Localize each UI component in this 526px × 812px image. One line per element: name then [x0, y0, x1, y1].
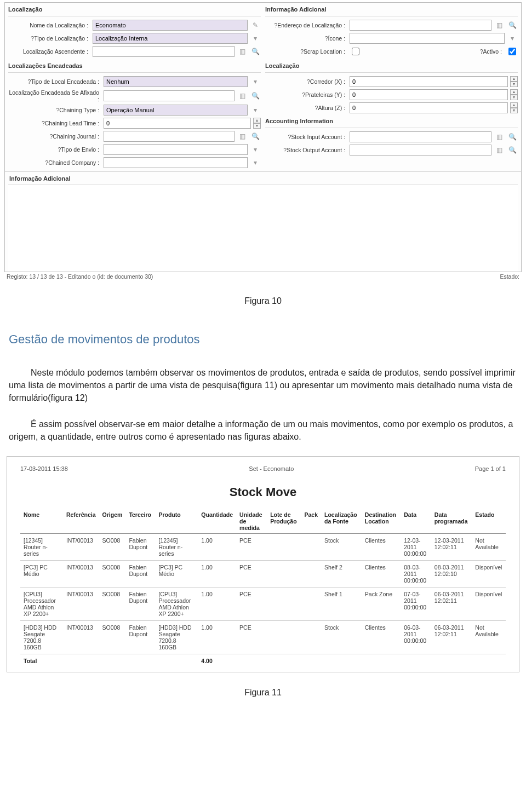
table-cell: PCE	[236, 533, 267, 560]
table-cell: Not Available	[472, 620, 506, 654]
table-cell: PCE	[236, 560, 267, 587]
label-endereco-localizacao: ?Endereço de Localização :	[265, 22, 347, 28]
th-pack: Pack	[301, 509, 322, 534]
table-cell: 1.00	[198, 560, 236, 587]
spinner-lead-time[interactable]: ▲▼	[253, 118, 261, 129]
spinner-y[interactable]: ▲▼	[510, 89, 518, 100]
table-cell: Clientes	[362, 533, 401, 560]
table-cell	[267, 533, 301, 560]
th-quantidade: Quantidade	[198, 509, 236, 534]
spinner-z[interactable]: ▲▼	[510, 102, 518, 113]
table-cell: Not Available	[472, 533, 506, 560]
location-form-panel: Localização Nome da Localização : ✎ ?Tip…	[4, 2, 522, 272]
input-nome-localizacao[interactable]	[93, 20, 248, 31]
open-icon[interactable]: ▥	[237, 46, 248, 57]
table-cell: Fabien Dupont	[125, 560, 155, 587]
search-icon[interactable]: 🔍	[507, 20, 518, 31]
table-cell: 1.00	[198, 587, 236, 620]
open-icon[interactable]: ▥	[494, 145, 505, 156]
dropdown-icon[interactable]: ▾	[250, 144, 261, 155]
table-cell: Clientes	[362, 620, 401, 654]
input-stock-input-account[interactable]	[350, 131, 491, 142]
table-cell: [HDD3] HDD Seagate 7200.8 160GB	[20, 620, 63, 654]
status-bar: Registo: 13 / 13 de 13 - Editando o (id:…	[4, 272, 522, 281]
input-altura-z[interactable]	[350, 102, 508, 113]
table-cell: Fabien Dupont	[125, 587, 155, 620]
search-icon[interactable]: 🔍	[507, 131, 518, 142]
table-cell: [CPU3] Processador AMD Athlon XP 2200+	[155, 587, 198, 620]
table-cell	[301, 620, 322, 654]
table-row: [12345] Router n-seriesINT/00013SO008Fab…	[20, 533, 506, 560]
report-title: Stock Move	[20, 485, 506, 499]
label-nome-localizacao: Nome da Localização :	[8, 22, 90, 28]
input-prateleiras-y[interactable]	[350, 89, 508, 100]
checkbox-scrap-location[interactable]	[352, 48, 359, 55]
table-cell: 1.00	[198, 533, 236, 560]
label-localizacao-ascendente: Localização Ascendente :	[8, 48, 90, 55]
table-cell: SO008	[99, 533, 126, 560]
table-cell: Clientes	[362, 560, 401, 587]
label-tipo-localizacao: ?Tipo de Localização :	[8, 35, 90, 42]
th-loc-fonte: Localização da Fonte	[321, 509, 362, 534]
table-cell: 08-03-2011 12:02:10	[431, 560, 472, 587]
input-chaining-lead-time[interactable]	[104, 118, 251, 129]
label-altura-z: ?Altura (Z) :	[265, 105, 347, 111]
select-icone[interactable]	[350, 33, 505, 44]
open-icon[interactable]: ▥	[237, 131, 248, 142]
open-icon[interactable]: ▥	[494, 20, 505, 31]
total-qty: 4.00	[198, 654, 236, 667]
table-cell: 08-03-2011 00:00:00	[401, 560, 431, 587]
label-encadeada-se-afixado: Localização Encadeada Se Afixado :	[8, 89, 101, 102]
open-icon[interactable]: ▥	[494, 131, 505, 142]
table-cell: [PC3] PC Médio	[155, 560, 198, 587]
input-stock-output-account[interactable]	[350, 145, 491, 156]
table-cell: 06-03-2011 00:00:00	[401, 620, 431, 654]
empty-notes-area[interactable]	[8, 184, 518, 272]
th-data: Data	[401, 509, 431, 534]
search-icon[interactable]: 🔍	[250, 131, 261, 142]
dropdown-icon[interactable]: ▾	[250, 105, 261, 116]
input-corredor-x[interactable]	[350, 76, 508, 87]
spinner-x[interactable]: ▲▼	[510, 76, 518, 87]
open-icon[interactable]: ▥	[237, 90, 248, 101]
search-icon[interactable]: 🔍	[250, 46, 261, 57]
table-cell: Shelf 1	[321, 587, 362, 620]
search-icon[interactable]: 🔍	[507, 145, 518, 156]
table-cell: 1.00	[198, 620, 236, 654]
table-cell: Disponível	[472, 587, 506, 620]
section-accounting-info: Accounting Information	[265, 117, 518, 126]
label-scrap-location: ?Scrap Location :	[265, 48, 347, 55]
select-chained-company[interactable]	[104, 157, 248, 168]
table-cell: INT/00013	[63, 620, 99, 654]
table-cell: Shelf 2	[321, 560, 362, 587]
table-cell: Pack Zone	[362, 587, 401, 620]
dropdown-icon[interactable]: ▾	[250, 76, 261, 87]
select-tipo-local-encadeada[interactable]	[104, 76, 248, 87]
th-produto: Produto	[155, 509, 198, 534]
table-cell: 12-03-2011 00:00:00	[401, 533, 431, 560]
section-info-adicional-bottom: Informação Adicional	[5, 171, 521, 183]
table-cell	[267, 620, 301, 654]
checkbox-activo[interactable]	[508, 48, 516, 55]
dropdown-icon[interactable]: ▾	[250, 33, 261, 44]
report-date: 17-03-2011 15:38	[20, 465, 68, 472]
input-encadeada-se-afixado[interactable]	[104, 90, 235, 101]
translate-icon[interactable]: ✎	[250, 20, 261, 31]
doc-paragraph-2: É assim possível observar-se em maior de…	[9, 418, 517, 443]
total-label: Total	[20, 654, 63, 667]
select-tipo-localizacao[interactable]	[93, 33, 248, 44]
dropdown-icon[interactable]: ▾	[507, 33, 518, 44]
th-estado: Estado	[472, 509, 506, 534]
label-tipo-local-encadeada: ?Tipo de Local Encadeada :	[8, 78, 101, 85]
th-referencia: Referência	[63, 509, 99, 534]
input-chaining-journal[interactable]	[104, 131, 235, 142]
table-cell: INT/00013	[63, 533, 99, 560]
select-chaining-type[interactable]	[104, 105, 248, 116]
select-tipo-envio[interactable]	[104, 144, 248, 155]
table-cell: Fabien Dupont	[125, 620, 155, 654]
input-endereco-localizacao[interactable]	[350, 20, 491, 31]
dropdown-icon[interactable]: ▾	[250, 157, 261, 168]
search-icon[interactable]: 🔍	[250, 90, 261, 101]
label-stock-output-account: ?Stock Output Account :	[265, 147, 347, 153]
input-localizacao-ascendente[interactable]	[93, 46, 235, 57]
